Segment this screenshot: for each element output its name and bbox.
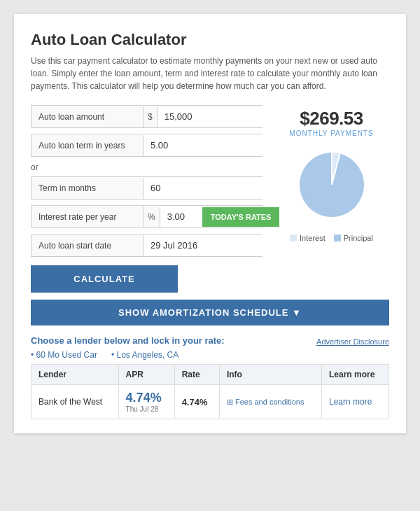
col-info: Info <box>219 365 321 385</box>
calculate-button[interactable]: CALCULATE <box>31 265 178 293</box>
lender-section: Choose a lender below and lock in your r… <box>31 335 389 419</box>
loan-amount-row: Auto loan amount $ <box>31 105 262 128</box>
filter-location[interactable]: Los Angeles, CA <box>111 350 178 360</box>
pie-chart <box>290 143 374 227</box>
page-title: Auto Loan Calculator <box>31 31 389 49</box>
term-months-input[interactable] <box>144 177 275 199</box>
lender-learn-more[interactable]: Learn more <box>322 385 389 419</box>
col-learn: Learn more <box>322 365 389 385</box>
percent-symbol: % <box>144 206 160 227</box>
monthly-label: MONTHLY PAYMENTS <box>289 130 373 137</box>
or-text: or <box>31 162 262 172</box>
principal-legend: Principal <box>334 234 373 242</box>
filter-row: 60 Mo Used Car Los Angeles, CA <box>31 350 389 360</box>
amortization-button[interactable]: SHOW AMORTIZATION SCHEDULE ▼ <box>31 300 389 326</box>
chart-section: $269.53 MONTHLY PAYMENTS <box>274 105 389 293</box>
interest-label: Interest <box>300 234 326 242</box>
lender-rate: 4.74% <box>174 385 219 419</box>
interest-rate-row: Interest rate per year % TODAY'S RATES <box>31 205 262 228</box>
interest-legend: Interest <box>290 234 326 242</box>
currency-symbol: $ <box>144 106 158 127</box>
calculator-card: Auto Loan Calculator Use this car paymen… <box>14 14 406 433</box>
form-section: Auto loan amount $ Auto loan term in yea… <box>31 105 262 293</box>
interest-rate-label: Interest rate per year <box>31 206 144 227</box>
term-months-row: Term in months <box>31 176 262 200</box>
start-date-label: Auto loan start date <box>31 235 144 256</box>
monthly-amount: $269.53 <box>300 108 363 130</box>
loan-amount-label: Auto loan amount <box>31 106 144 127</box>
principal-dot <box>334 234 341 241</box>
lender-apr: 4.74% Thu Jul 28 <box>118 385 174 419</box>
col-rate: Rate <box>174 365 219 385</box>
advertiser-disclosure-link[interactable]: Advertiser Disclosure <box>316 337 389 346</box>
filter-car[interactable]: 60 Mo Used Car <box>31 350 97 360</box>
lender-section-title: Choose a lender below and lock in your r… <box>31 335 225 346</box>
start-date-row: Auto loan start date <box>31 234 262 257</box>
table-row: Bank of the West 4.74% Thu Jul 28 4.74% … <box>31 385 389 419</box>
lender-table: Lender APR Rate Info Learn more Bank of … <box>31 364 389 419</box>
loan-amount-input[interactable] <box>158 106 289 127</box>
table-header-row: Lender APR Rate Info Learn more <box>31 365 389 385</box>
term-years-label: Auto loan term in years <box>31 135 144 156</box>
chart-legend: Interest Principal <box>290 234 373 242</box>
lender-name: Bank of the West <box>31 385 119 419</box>
today-rates-button[interactable]: TODAY'S RATES <box>202 207 280 227</box>
principal-label: Principal <box>344 234 373 242</box>
interest-rate-input[interactable] <box>160 206 202 227</box>
term-years-input[interactable] <box>144 134 275 156</box>
term-months-label: Term in months <box>31 178 144 199</box>
term-years-row: Auto loan term in years <box>31 134 262 157</box>
lender-header-row: Choose a lender below and lock in your r… <box>31 335 389 346</box>
lender-fees: Fees and conditions <box>219 385 321 419</box>
col-lender: Lender <box>31 365 119 385</box>
main-content: Auto loan amount $ Auto loan term in yea… <box>31 105 389 293</box>
page-description: Use this car payment calculator to estim… <box>31 55 389 92</box>
col-apr: APR <box>118 365 174 385</box>
interest-dot <box>290 234 297 241</box>
start-date-input[interactable] <box>144 234 275 256</box>
